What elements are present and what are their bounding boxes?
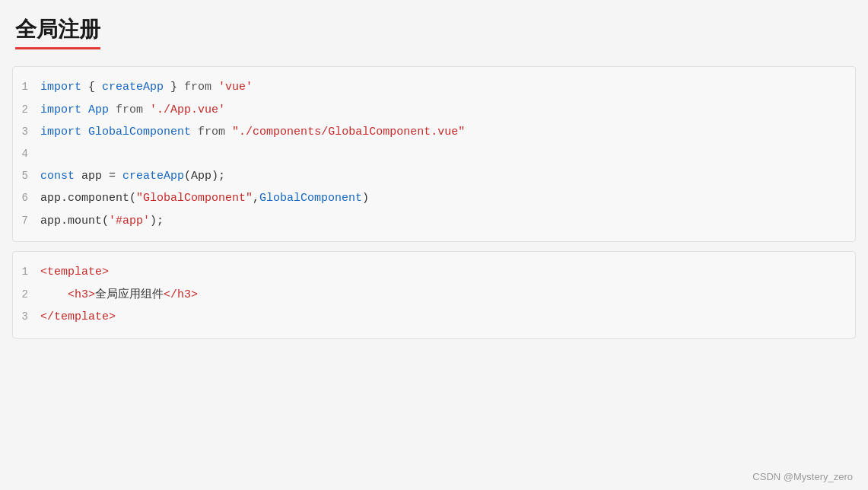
line-number-3: 3 [13,123,40,142]
code-content-6: app.component("GlobalComponent",GlobalCo… [40,189,369,208]
template-line-2: 2 <h3>全局应用组件</h3> [13,284,855,307]
template-line-1: 1 <template> [13,261,855,284]
code-content-1: import { createApp } from 'vue' [40,78,253,97]
code-line-6: 6 app.component("GlobalComponent",Global… [13,187,855,210]
code-line-7: 7 app.mount('#app'); [13,210,855,233]
code-block-1: 1 import { createApp } from 'vue' 2 impo… [12,66,856,242]
code-content-3: import GlobalComponent from "./component… [40,123,465,142]
line-number-2: 2 [13,101,40,119]
template-line-number-3: 3 [13,308,40,326]
template-content-2: <h3>全局应用组件</h3> [40,285,198,305]
template-line-3: 3 </template> [13,306,855,329]
template-line-number-1: 1 [13,263,40,282]
title-section: 全局注册 [0,0,868,57]
line-number-4: 4 [13,145,40,164]
template-line-number-2: 2 [13,286,40,304]
footer-text: CSDN @Mystery_zero [752,471,853,482]
footer: CSDN @Mystery_zero [752,471,853,482]
page-container: 全局注册 1 import { createApp } from 'vue' 2… [0,0,868,490]
code-line-2: 2 import App from './App.vue' [13,99,855,122]
code-line-5: 5 const app = createApp(App); [13,165,855,188]
code-line-4: 4 [13,144,855,165]
page-title: 全局注册 [15,15,100,49]
line-number-6: 6 [13,189,40,208]
code-block-2: 1 <template> 2 <h3>全局应用组件</h3> 3 </templ… [12,251,856,339]
line-number-1: 1 [13,78,40,97]
code-content-7: app.mount('#app'); [40,212,164,231]
template-content-3: </template> [40,307,116,327]
line-number-7: 7 [13,212,40,231]
code-content-2: import App from './App.vue' [40,100,225,120]
code-content-5: const app = createApp(App); [40,167,225,186]
code-line-3: 3 import GlobalComponent from "./compone… [13,121,855,144]
code-line-1: 1 import { createApp } from 'vue' [13,76,855,99]
line-number-5: 5 [13,167,40,186]
template-content-1: <template> [40,262,109,282]
